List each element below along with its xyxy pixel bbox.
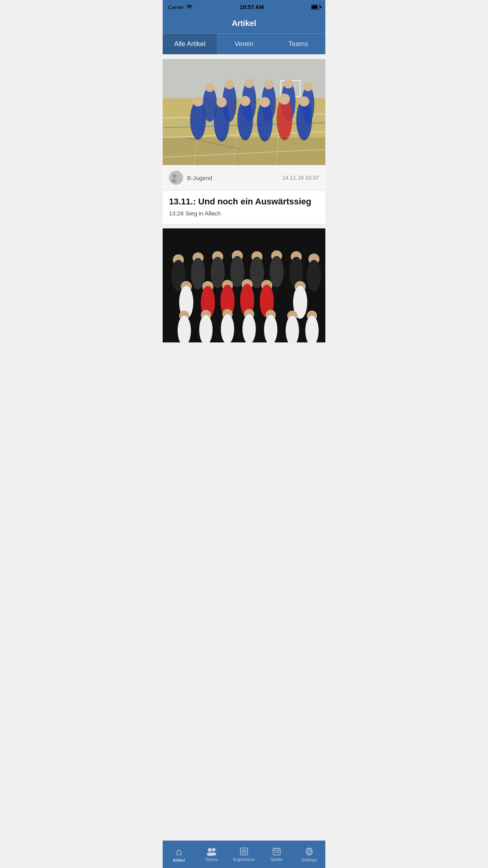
article-author-1: B-Jugend <box>169 171 212 185</box>
svg-point-20 <box>264 80 273 89</box>
svg-point-41 <box>176 179 181 182</box>
article-date-1: 14.11.16 10:37 <box>283 175 319 181</box>
battery-icon <box>311 5 320 9</box>
carrier-label: Carrier <box>168 4 184 10</box>
svg-point-54 <box>270 256 284 287</box>
tab-teams[interactable]: Teams <box>271 34 325 54</box>
article-card-2[interactable] <box>163 228 325 342</box>
article-image-2 <box>163 228 325 342</box>
team-dark-svg <box>163 228 325 342</box>
svg-point-58 <box>307 260 321 291</box>
svg-point-38 <box>172 174 176 178</box>
wifi-icon <box>186 5 193 9</box>
article-headline-1: 13.11.: Und noch ein Auswärtssieg <box>169 196 319 208</box>
sports-hall-svg <box>163 59 325 165</box>
article-subline-1: 13:26 Sieg in Allach <box>169 210 319 217</box>
svg-point-32 <box>260 97 270 107</box>
battery-fill <box>312 6 317 9</box>
header-title: Artikel <box>232 19 256 28</box>
status-left: Carrier <box>168 4 193 10</box>
article-image-1 <box>163 59 325 165</box>
article-text-1: 13.11.: Und noch ein Auswärtssieg 13:26 … <box>163 191 325 224</box>
app-header: Artikel <box>163 14 325 33</box>
svg-point-34 <box>279 94 290 105</box>
svg-point-36 <box>299 96 309 107</box>
svg-point-26 <box>193 96 203 107</box>
tab-alle-artikel[interactable]: Alle Artikel <box>163 34 217 54</box>
svg-point-28 <box>216 97 227 107</box>
svg-point-40 <box>177 174 180 178</box>
status-bar: Carrier 10:57 AM <box>163 0 325 14</box>
tab-verein[interactable]: Verein <box>217 34 271 54</box>
svg-point-14 <box>205 83 215 92</box>
people-avatar-icon <box>171 173 182 182</box>
article-info-bar-1: B-Jugend 14.11.16 10:37 <box>163 165 325 191</box>
author-avatar-1 <box>169 171 183 185</box>
svg-point-24 <box>303 82 313 91</box>
svg-point-18 <box>244 79 254 88</box>
svg-rect-37 <box>163 138 325 165</box>
top-tab-bar: Alle Artikel Verein Teams <box>163 33 325 54</box>
author-name-1: B-Jugend <box>187 175 212 181</box>
article-card-1[interactable]: B-Jugend 14.11.16 10:37 13.11.: Und noch… <box>163 59 325 224</box>
status-time: 10:57 AM <box>240 4 264 10</box>
status-right <box>311 5 320 9</box>
svg-point-16 <box>225 80 234 89</box>
svg-point-30 <box>240 96 250 106</box>
main-content: B-Jugend 14.11.16 10:37 13.11.: Und noch… <box>163 59 325 375</box>
svg-point-22 <box>284 79 293 88</box>
